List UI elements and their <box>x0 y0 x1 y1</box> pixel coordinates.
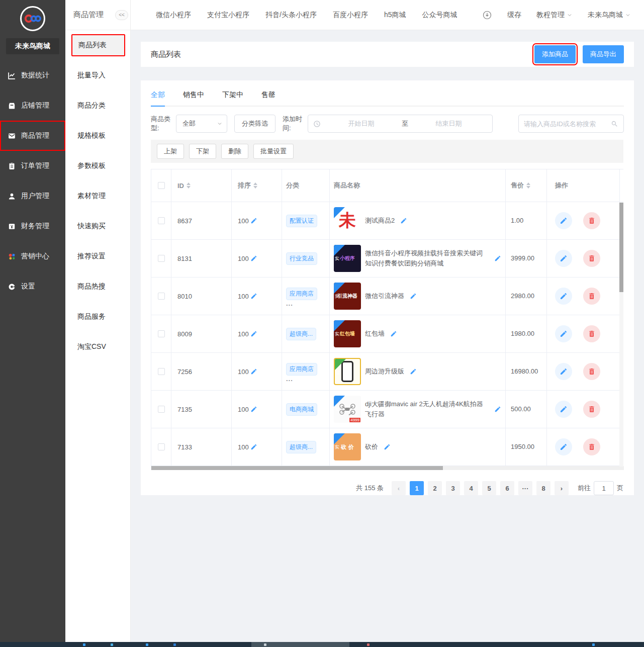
edit-name-icon[interactable] <box>494 406 501 413</box>
edit-name-icon[interactable] <box>494 255 501 262</box>
submenu-item-批量导入[interactable]: 批量导入 <box>65 60 130 90</box>
delete-product-button[interactable] <box>583 325 600 342</box>
delete-product-button[interactable] <box>583 438 600 455</box>
goto-page-input[interactable] <box>594 481 614 495</box>
edit-product-button[interactable] <box>555 325 572 342</box>
sort-desc-icon[interactable] <box>526 186 530 189</box>
submenu-item-商品分类[interactable]: 商品分类 <box>65 90 130 121</box>
page-button-6[interactable]: 6 <box>500 481 514 495</box>
sidebar-item-用户管理[interactable]: 用户管理 <box>0 181 65 211</box>
edit-sort-icon[interactable] <box>250 443 257 450</box>
batch-button-删除[interactable]: 删除 <box>221 144 248 159</box>
download-icon[interactable] <box>482 10 492 20</box>
submenu-item-推荐设置[interactable]: 推荐设置 <box>65 241 130 271</box>
vertical-scrollbar[interactable] <box>619 203 623 467</box>
prev-page-button[interactable]: ‹ <box>392 481 406 495</box>
edit-name-icon[interactable] <box>410 368 417 375</box>
batch-button-上架[interactable]: 上架 <box>157 144 184 159</box>
sort-control-售价[interactable]: 售价 <box>511 181 530 190</box>
category-filter-button[interactable]: 分类筛选 <box>234 115 275 133</box>
sort-desc-icon[interactable] <box>253 186 257 189</box>
submenu-item-商品列表[interactable]: 商品列表 <box>71 34 125 56</box>
sort-asc-icon[interactable] <box>253 182 257 185</box>
edit-sort-icon[interactable] <box>250 255 257 262</box>
edit-name-icon[interactable] <box>400 217 407 224</box>
row-checkbox[interactable] <box>158 406 165 413</box>
submenu-item-淘宝CSV[interactable]: 淘宝CSV <box>65 332 130 362</box>
taskbar[interactable] <box>0 642 644 647</box>
delete-product-button[interactable] <box>583 363 600 380</box>
date-range-picker[interactable]: 开始日期 至 结束日期 <box>308 115 493 133</box>
sidebar-item-营销中心[interactable]: 营销中心 <box>0 241 65 271</box>
horizontal-scrollbar-thumb[interactable] <box>151 466 443 470</box>
submenu-item-商品热搜[interactable]: 商品热搜 <box>65 271 130 302</box>
next-page-button[interactable]: › <box>555 481 569 495</box>
collapse-sidebar-button[interactable]: << <box>115 10 128 20</box>
topnav-item-百度小程序[interactable]: 百度小程序 <box>333 11 368 20</box>
delete-product-button[interactable] <box>583 212 600 229</box>
edit-sort-icon[interactable] <box>250 368 257 375</box>
edit-name-icon[interactable] <box>410 293 417 300</box>
sidebar-item-订单管理[interactable]: 订单管理 <box>0 151 65 181</box>
sort-control-ID[interactable]: ID <box>177 182 191 190</box>
add-product-button[interactable]: 添加商品 <box>534 45 576 63</box>
page-button-3[interactable]: 3 <box>446 481 460 495</box>
tab-售罄[interactable]: 售罄 <box>261 90 275 106</box>
submenu-item-参数模板[interactable]: 参数模板 <box>65 151 130 181</box>
row-checkbox[interactable] <box>158 443 165 450</box>
edit-product-button[interactable] <box>555 212 572 229</box>
vertical-scrollbar-thumb[interactable] <box>619 203 623 292</box>
export-product-button[interactable]: 商品导出 <box>583 45 624 63</box>
submenu-item-快速购买[interactable]: 快速购买 <box>65 211 130 241</box>
topnav-item-微信小程序[interactable]: 微信小程序 <box>156 11 191 20</box>
topnav-item-支付宝小程序[interactable]: 支付宝小程序 <box>207 11 249 20</box>
account-menu[interactable]: 未来鸟商城 <box>588 11 631 20</box>
sort-asc-icon[interactable] <box>187 182 191 185</box>
type-select[interactable]: 全部 <box>176 115 227 133</box>
edit-sort-icon[interactable] <box>250 330 257 337</box>
tab-全部[interactable]: 全部 <box>151 90 165 107</box>
submenu-item-规格模板[interactable]: 规格模板 <box>65 121 130 151</box>
edit-product-button[interactable] <box>555 288 572 305</box>
search-icon[interactable] <box>611 120 618 128</box>
sidebar-item-数据统计[interactable]: 数据统计 <box>0 60 65 90</box>
row-checkbox[interactable] <box>158 293 165 300</box>
sidebar-item-商品管理[interactable]: 商品管理 <box>0 121 65 151</box>
batch-button-下架[interactable]: 下架 <box>189 144 216 159</box>
tutorial-menu[interactable]: 教程管理 <box>536 11 573 20</box>
edit-sort-icon[interactable] <box>250 406 257 413</box>
row-checkbox[interactable] <box>158 368 165 375</box>
tab-销售中[interactable]: 销售中 <box>183 90 204 106</box>
start-date-placeholder[interactable]: 开始日期 <box>323 119 400 128</box>
edit-name-icon[interactable] <box>384 443 391 450</box>
edit-sort-icon[interactable] <box>250 217 257 224</box>
sort-control-排序[interactable]: 排序 <box>238 181 257 190</box>
delete-product-button[interactable] <box>583 288 600 305</box>
sidebar-item-设置[interactable]: 设置 <box>0 271 65 302</box>
edit-product-button[interactable] <box>555 363 572 380</box>
row-checkbox[interactable] <box>158 330 165 337</box>
delete-product-button[interactable] <box>583 401 600 418</box>
row-checkbox[interactable] <box>158 255 165 262</box>
tab-下架中[interactable]: 下架中 <box>222 90 243 106</box>
sort-asc-icon[interactable] <box>526 182 530 185</box>
sidebar-item-财务管理[interactable]: 财务管理 <box>0 211 65 241</box>
edit-product-button[interactable] <box>555 438 572 455</box>
page-button-1[interactable]: 1 <box>410 481 424 495</box>
edit-sort-icon[interactable] <box>250 293 257 300</box>
topnav-item-抖音/头条小程序[interactable]: 抖音/头条小程序 <box>265 11 317 20</box>
delete-product-button[interactable] <box>583 250 600 267</box>
topnav-item-公众号商城[interactable]: 公众号商城 <box>422 11 457 20</box>
page-button-8[interactable]: 8 <box>536 481 550 495</box>
page-button-2[interactable]: 2 <box>428 481 442 495</box>
page-button-4[interactable]: 4 <box>464 481 478 495</box>
select-all-checkbox[interactable] <box>158 182 165 189</box>
sidebar-item-店铺管理[interactable]: 店铺管理 <box>0 90 65 121</box>
end-date-placeholder[interactable]: 结束日期 <box>410 119 487 128</box>
edit-name-icon[interactable] <box>390 330 397 337</box>
submenu-item-商品服务[interactable]: 商品服务 <box>65 302 130 332</box>
search-input[interactable] <box>524 120 611 128</box>
submenu-item-素材管理[interactable]: 素材管理 <box>65 181 130 211</box>
page-button-5[interactable]: 5 <box>482 481 496 495</box>
batch-button-批量设置[interactable]: 批量设置 <box>253 144 294 159</box>
